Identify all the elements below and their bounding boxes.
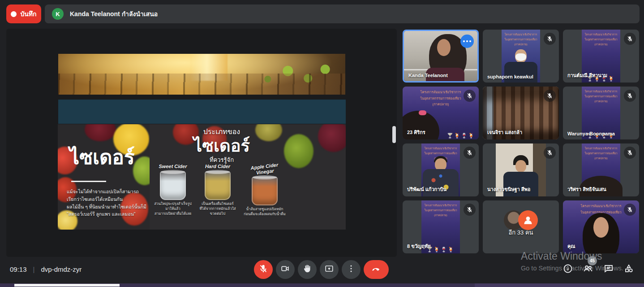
end-call-button[interactable] xyxy=(364,260,389,279)
participant-video: โครงการสัมมนาเชิงวิชาการในอุตสาหกรรมการท… xyxy=(483,200,559,253)
slide-teal-band xyxy=(58,100,346,124)
participant-name: อีก 33 คน xyxy=(483,228,559,237)
person-icon xyxy=(522,214,534,226)
participant-tile[interactable]: โครงการสัมมนาเชิงวิชาการในอุตสาหกรรมการท… xyxy=(563,200,639,253)
more-options-button[interactable] xyxy=(342,260,361,279)
glass-image xyxy=(252,177,278,205)
apple-image xyxy=(318,124,346,152)
avatar xyxy=(518,210,538,230)
phone-hangup-icon xyxy=(371,264,381,275)
presenting-banner: K Kanda Teelanont กำลังนำเสนอ xyxy=(45,4,640,23)
mic-off-icon xyxy=(624,147,636,159)
glass-image xyxy=(160,171,186,200)
present-icon xyxy=(324,264,334,275)
cider-item-vinegar: Apple Cider Vinegar น้ำส้มสายชูแอปเปิลหม… xyxy=(242,164,288,217)
meeting-info: 09:13 | dvp-dmdz-zyr xyxy=(10,265,82,273)
participant-tile[interactable]: โครงการสัมมนาเชิงวิชาการในอุตสาหกรรมการท… xyxy=(403,30,479,83)
participant-name: Kanda Teelanont xyxy=(408,73,448,78)
glass-image xyxy=(205,171,231,200)
participant-tile[interactable]: โครงการสัมมนาเชิงวิชาการในอุตสาหกรรมการท… xyxy=(403,87,479,139)
chat-button[interactable] xyxy=(602,263,615,276)
participant-tile[interactable]: โครงการสัมมนาเชิงวิชาการในอุตสาหกรรมการท… xyxy=(563,144,639,196)
mic-toggle-button[interactable] xyxy=(254,260,273,279)
yellow-apple-image xyxy=(255,124,282,141)
mic-off-icon xyxy=(624,204,636,216)
participant-tile[interactable]: โครงการสัมมนาเชิงวิชาการในอุตสาหกรรมการท… xyxy=(403,200,479,253)
meeting-details-button[interactable] xyxy=(561,263,575,276)
participant-name: นางสาวขนิษฐา สีพอ xyxy=(487,185,530,193)
participant-name: Warunya Boonpama xyxy=(567,131,615,136)
slide-left-panel: ไซเดอร์ แม้จะไม่ได้ทำจากแอปเปิลก็สามารถ … xyxy=(58,124,150,230)
apple-image xyxy=(85,124,116,141)
slide-title-rule xyxy=(71,181,106,182)
virtual-background-text: โครงการสัมมนาเชิงวิชาการในอุตสาหกรรมการท… xyxy=(582,30,620,47)
scrollbar-thumb[interactable] xyxy=(392,126,396,143)
virtual-background-text: โครงการสัมมนาเชิงวิชาการในอุตสาหกรรมการท… xyxy=(421,200,460,217)
presenter-avatar: K xyxy=(52,8,64,20)
participant-name: กานต์มณี สีหานาม xyxy=(567,71,607,79)
taskbar-edge xyxy=(0,283,644,287)
present-screen-button[interactable] xyxy=(320,260,339,279)
activities-button[interactable] xyxy=(622,263,635,276)
taskbar-light-segment xyxy=(475,283,644,287)
shapes-icon xyxy=(623,263,634,276)
mic-off-icon xyxy=(464,147,476,159)
presented-slide: ไซเดอร์ แม้จะไม่ได้ทำจากแอปเปิลก็สามารถ … xyxy=(58,124,346,230)
mic-off-icon xyxy=(544,147,556,159)
presentation-stage: ไซเดอร์ แม้จะไม่ได้ทำจากแอปเปิลก็สามารถ … xyxy=(6,29,397,257)
chat-icon xyxy=(603,263,614,276)
record-button[interactable]: บันทึก xyxy=(6,4,41,23)
slide-title: ไซเดอร์ xyxy=(69,141,135,173)
green-apple-image xyxy=(284,134,313,168)
mic-off-icon xyxy=(544,90,556,102)
info-icon xyxy=(562,263,573,276)
tile-options-button[interactable] xyxy=(460,35,474,48)
divider: | xyxy=(33,265,35,273)
mic-off-icon xyxy=(258,264,268,275)
participant-name: 23 ศิริกร xyxy=(407,128,425,136)
participant-tile[interactable]: โครงการสัมมนาเชิงวิชาการในอุตสาหกรรมการท… xyxy=(403,144,479,196)
more-vertical-icon xyxy=(346,264,356,275)
participant-name: วริศรา สิทธิจันเสน xyxy=(567,185,606,193)
meeting-code: dvp-dmdz-zyr xyxy=(41,265,82,273)
virtual-background-text: โครงการสัมมนาเชิงวิชาการในอุตสาหกรรมการท… xyxy=(582,87,620,104)
participant-name: ปริพัฒน์ แก้วกาบิน xyxy=(407,185,447,193)
participant-name: เจนจิรา แสงกล้า xyxy=(487,128,522,136)
slide-right-heading: ประเภทของ ไซเดอร์ ที่ควรรู้จัก xyxy=(188,126,255,165)
hand-icon xyxy=(302,264,312,275)
mic-off-icon xyxy=(624,33,636,45)
participant-tile[interactable]: โครงการสัมมนาเชิงวิชาการในอุตสาหกรรมการท… xyxy=(483,30,559,83)
participant-tile[interactable]: โครงการสัมมนาเชิงวิชาการในอุตสาหกรรมการท… xyxy=(483,144,559,196)
participant-name: 8 ขวัญฤทัย xyxy=(407,242,431,250)
mic-off-icon xyxy=(544,33,556,45)
overflow-avatars xyxy=(483,210,559,230)
participant-name: คุณ xyxy=(567,242,575,250)
participant-tile[interactable]: โครงการสัมมนาเชิงวิชาการในอุตสาหกรรมการท… xyxy=(483,87,559,139)
slide-beer-image xyxy=(58,54,345,95)
taskbar-white-segment xyxy=(14,284,120,287)
google-meet-window: บันทึก K Kanda Teelanont กำลังนำเสนอ ไซเ… xyxy=(0,0,644,287)
camera-icon xyxy=(280,264,290,275)
clock-time: 09:13 xyxy=(10,265,27,273)
green-apple-image xyxy=(133,157,150,185)
mic-off-icon xyxy=(624,90,636,102)
raise-hand-button[interactable] xyxy=(298,260,317,279)
mic-off-icon xyxy=(464,204,476,216)
record-label: บันทึก xyxy=(20,9,36,19)
mic-off-icon xyxy=(464,90,476,102)
participant-tile[interactable]: โครงการสัมมนาเชิงวิชาการในอุตสาหกรรมการท… xyxy=(483,200,559,253)
participant-name: suphaporn keawkul xyxy=(487,74,533,79)
camera-toggle-button[interactable] xyxy=(276,260,295,279)
cider-item-hard: Hard Cider เป็นเครื่องดื่มไซเดอร์ที่ได้จ… xyxy=(197,164,238,216)
slide-body-text: แม้จะไม่ได้ทำจากแอปเปิลก็สามารถ เรียกว่า… xyxy=(67,188,146,218)
cider-item-sweet: Sweet Cider ส่วนใหญ่จะปรุงสำเร็จรูปมาให้… xyxy=(152,164,193,216)
participant-tile[interactable]: โครงการสัมมนาเชิงวิชาการในอุตสาหกรรมการท… xyxy=(563,30,639,83)
slide-right-panel: ประเภทของ ไซเดอร์ ที่ควรรู้จัก Sweet Cid… xyxy=(150,124,346,230)
record-dot-icon xyxy=(11,11,17,17)
presenting-text: Kanda Teelanont กำลังนำเสนอ xyxy=(70,9,158,19)
participants-grid: โครงการสัมมนาเชิงวิชาการในอุตสาหกรรมการท… xyxy=(403,30,639,253)
participant-count-badge: 45 xyxy=(588,256,597,265)
participant-tile[interactable]: โครงการสัมมนาเชิงวิชาการในอุตสาหกรรมการท… xyxy=(563,87,639,139)
